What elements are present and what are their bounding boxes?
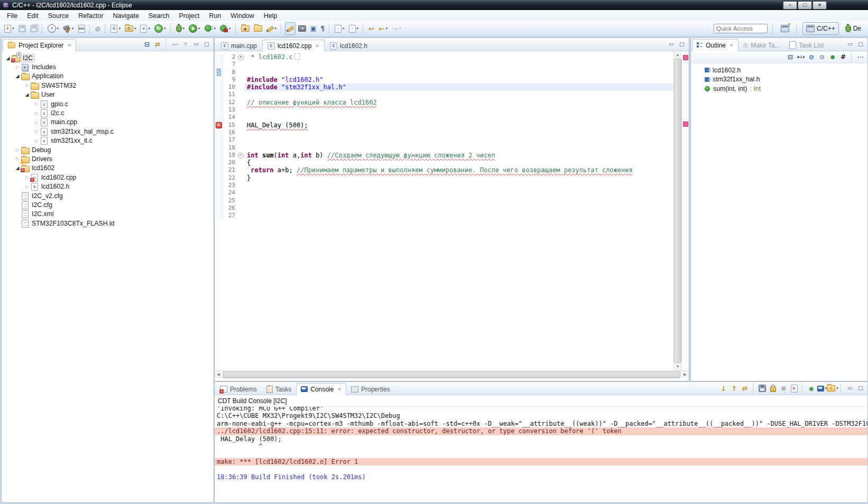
code-line[interactable]: 22}: [215, 174, 673, 182]
debug-button[interactable]: ▾: [174, 22, 187, 35]
collapsed-twisty-icon[interactable]: ▷: [33, 138, 40, 143]
scroll-up-icon[interactable]: ▲: [674, 51, 681, 59]
perspective-debug-button[interactable]: De: [842, 22, 865, 35]
hide-nonpublic-button[interactable]: ●: [828, 52, 837, 62]
tab-project-explorer[interactable]: Project Explorer ✕: [3, 39, 76, 51]
collapsed-twisty-icon[interactable]: ▷: [14, 65, 21, 70]
display-console-button[interactable]: ▾: [817, 384, 827, 393]
new-wizard-button[interactable]: +▾: [3, 22, 16, 35]
collapsed-twisty-icon[interactable]: ▷: [24, 83, 30, 88]
code-line[interactable]: ×15HAL_Delay (500);: [215, 122, 673, 129]
menu-item-source[interactable]: Source: [43, 11, 74, 21]
dropdown-arrow-icon[interactable]: ▾: [343, 26, 345, 31]
editor-horizontal-scrollbar[interactable]: ◀ ▶: [215, 370, 689, 378]
close-icon[interactable]: ✕: [730, 43, 734, 48]
folded-region-icon[interactable]: [294, 53, 300, 60]
dropdown-arrow-icon[interactable]: ▾: [399, 26, 401, 31]
collapsed-twisty-icon[interactable]: ▷: [33, 111, 40, 116]
code-line[interactable]: 8: [215, 69, 673, 76]
minimize-button[interactable]: ▭: [845, 384, 855, 393]
sort-button[interactable]: a↓z: [796, 52, 806, 62]
open-perspective-button[interactable]: [779, 22, 791, 35]
fold-expand-icon[interactable]: +: [238, 54, 244, 60]
link-editor-button[interactable]: ⇄: [153, 40, 162, 49]
profile-button[interactable]: ◔▾: [46, 22, 61, 35]
tree-item[interactable]: ▷cmain.cpp: [2, 118, 214, 127]
tree-item[interactable]: ▷Drivers: [2, 154, 214, 163]
tree-item[interactable]: ▷hlcd1602.h: [2, 182, 214, 191]
tree-item[interactable]: ◢×lcd1602: [2, 164, 214, 173]
code-editor[interactable]: 2+ * lcd1602.c789#include "lcd1602.h"10#…: [215, 51, 673, 370]
maximize-window-button[interactable]: ▢: [798, 1, 812, 10]
editor-tab-main-cpp[interactable]: cmain.cpp: [216, 40, 262, 51]
minimize-button[interactable]: ▭: [845, 40, 855, 49]
code-line[interactable]: 12// описание функций класса lcd1602: [215, 99, 673, 106]
open-folder-button[interactable]: [252, 22, 264, 35]
menu-item-window[interactable]: Window: [226, 11, 258, 21]
scroll-down-icon[interactable]: ▼: [674, 363, 681, 370]
scrollbar-thumb[interactable]: [674, 59, 681, 363]
dropdown-arrow-icon[interactable]: ▾: [198, 26, 200, 31]
save-log-button[interactable]: [758, 384, 767, 393]
tree-item[interactable]: ▷Debug: [2, 145, 214, 154]
maximize-button[interactable]: □: [856, 384, 865, 393]
dropdown-arrow-icon[interactable]: ▾: [72, 26, 74, 31]
outline-item[interactable]: sum(int, int) : int: [691, 84, 867, 94]
editor-tab-lcd1602-cpp[interactable]: clcd1602.cpp✕: [262, 40, 325, 51]
tab-make-ta-[interactable]: ◎Make Ta...: [738, 39, 785, 51]
dropdown-arrow-icon[interactable]: ▾: [164, 26, 166, 31]
code-line[interactable]: 27: [215, 212, 673, 219]
dropdown-arrow-icon[interactable]: ▾: [57, 26, 59, 31]
code-line[interactable]: 23: [215, 182, 673, 189]
scroll-up-button[interactable]: ↑: [730, 384, 739, 393]
lock-scroll-button[interactable]: [768, 384, 778, 393]
forward-button[interactable]: →▾: [390, 22, 402, 35]
quick-access-input[interactable]: [714, 24, 768, 33]
hide-fields-button[interactable]: ⊘: [807, 52, 816, 62]
dropdown-arrow-icon[interactable]: ▾: [836, 386, 838, 390]
dropdown-arrow-icon[interactable]: ▾: [357, 26, 359, 31]
close-window-button[interactable]: ×: [812, 1, 827, 10]
code-line[interactable]: 25: [215, 197, 673, 204]
minimize-button[interactable]: ▭: [191, 40, 201, 49]
write-protect-button[interactable]: ⊘: [94, 22, 103, 35]
collapsed-twisty-icon[interactable]: ▷: [24, 184, 30, 189]
code-line[interactable]: 26: [215, 204, 673, 212]
new-c-file-button[interactable]: c▾: [138, 22, 152, 35]
expanded-twisty-icon[interactable]: ◢: [24, 92, 30, 97]
tab-outline[interactable]: Outline✕: [692, 39, 738, 51]
new-c-project-button[interactable]: C▾: [109, 22, 122, 35]
code-line[interactable]: 7: [215, 61, 673, 68]
word-wrap-button[interactable]: ≡: [779, 384, 788, 393]
code-line[interactable]: 21 return a+b; //Принимаем параметры и в…: [215, 166, 673, 174]
menu-item-edit[interactable]: Edit: [22, 11, 43, 21]
code-line[interactable]: 2+ * lcd1602.c: [215, 53, 673, 61]
code-line[interactable]: 17: [215, 136, 673, 144]
grid-button[interactable]: #: [838, 52, 848, 62]
code-line[interactable]: 16: [215, 129, 673, 136]
tab-task-list[interactable]: Task List: [784, 39, 828, 51]
last-edit-button[interactable]: ↩: [367, 22, 376, 35]
menu-item-help[interactable]: Help: [259, 11, 282, 21]
minimize-button[interactable]: ▭: [667, 40, 676, 49]
maximize-button[interactable]: □: [202, 40, 211, 49]
project-tree[interactable]: ◢C×I2C▷hIncludes◢Application▷SW4STM32◢Us…: [2, 51, 214, 228]
binary-button[interactable]: 010: [77, 22, 87, 35]
editor-vertical-scrollbar[interactable]: ▲ ▼: [673, 51, 681, 370]
error-marker[interactable]: [683, 122, 688, 127]
editor-tab-lcd1602-h[interactable]: clcd1602.h: [325, 40, 373, 51]
outline-item[interactable]: stm32f1xx_hal.h: [691, 75, 867, 85]
menu-item-file[interactable]: File: [2, 11, 22, 21]
tree-item[interactable]: I2C.xml: [2, 210, 214, 219]
menu-item-search[interactable]: Search: [144, 11, 174, 21]
tree-item[interactable]: ▷cgpio.c: [2, 99, 214, 108]
tree-item[interactable]: ▷ci2c.c: [2, 108, 214, 117]
maximize-button[interactable]: □: [856, 40, 865, 49]
collapsed-twisty-icon[interactable]: ▷: [33, 129, 40, 134]
close-icon[interactable]: ✕: [315, 43, 319, 49]
mark-occurrences-button[interactable]: [285, 22, 296, 35]
dropdown-arrow-icon[interactable]: ▾: [183, 26, 185, 31]
tree-item[interactable]: ▷hIncludes: [2, 62, 214, 71]
menu-item-run[interactable]: Run: [204, 11, 226, 21]
import-log-button[interactable]: ◆: [239, 22, 251, 35]
